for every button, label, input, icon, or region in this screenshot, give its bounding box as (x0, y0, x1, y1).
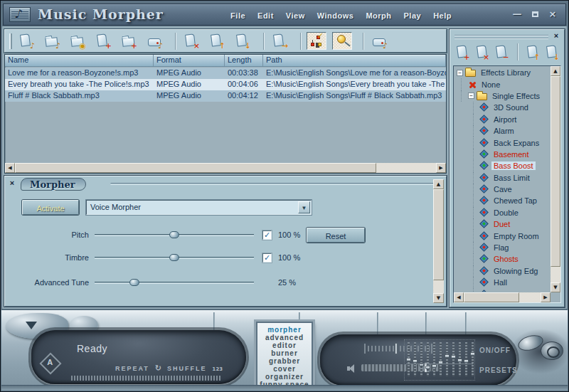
menu-help[interactable]: Help (433, 11, 452, 20)
reset-button[interactable]: Reset (307, 228, 365, 243)
effects-panel-close-icon[interactable]: × (552, 31, 560, 40)
eq-presets-button[interactable]: PRESETS (479, 366, 518, 374)
tree-item-effects-library[interactable]: −Effects Library (454, 67, 550, 78)
checkbox[interactable]: ✓ (262, 231, 272, 240)
eq-slider[interactable] (459, 342, 461, 376)
eq-slider[interactable] (440, 342, 442, 376)
scroll-left-icon[interactable]: ◀ (454, 292, 464, 302)
column-header-format[interactable]: Format (154, 55, 225, 66)
eq-onoff-button[interactable]: ON/OFF (479, 346, 511, 354)
playlist-hscrollbar[interactable]: ◀ ▶ (5, 163, 446, 173)
player-menu-advanced[interactable]: advanced (257, 334, 312, 341)
morpher-close-icon[interactable]: × (8, 179, 16, 188)
effects-panel-grip[interactable] (454, 35, 548, 38)
tree-item-flag[interactable]: Flag (454, 242, 550, 253)
file-row[interactable]: Fluff # Black Sabbath.mp3MPEG Audio00:04… (5, 90, 446, 102)
tree-item-bass-boost[interactable]: Bass Boost (454, 160, 550, 171)
scroll-thumb[interactable] (464, 292, 519, 302)
column-header-name[interactable]: Name (5, 55, 154, 66)
scroll-thumb[interactable] (15, 163, 376, 173)
tree-item-single-effects[interactable]: −Single Effects (454, 90, 550, 102)
scroll-up-icon[interactable]: ▲ (551, 66, 560, 76)
add-cd-track-button[interactable]: ♪ (144, 32, 164, 50)
tree-item-double[interactable]: Double (454, 207, 550, 218)
preset-dropdown[interactable]: Voice Morpher ▼ (86, 200, 312, 215)
eq-slider[interactable] (472, 342, 474, 376)
activate-button[interactable]: Activate (22, 200, 79, 215)
file-row[interactable]: Love me for a reason-Boyzone!s.mp3MPEG A… (5, 68, 446, 79)
tree-item-basement[interactable]: Basement (454, 149, 550, 160)
slider-thumb[interactable] (129, 279, 139, 286)
checkbox[interactable]: ✓ (262, 253, 272, 263)
tree-item-cave[interactable]: Cave (454, 184, 550, 195)
tree-vscrollbar[interactable]: ▲ ▼ (551, 66, 560, 292)
maximize-button[interactable] (529, 9, 541, 20)
player-menu-editor[interactable]: editor (257, 341, 312, 349)
file-row[interactable]: Every breath you take -The Police!s.mp3M… (5, 79, 446, 90)
slider-track[interactable] (95, 257, 254, 259)
repeat-icon[interactable]: ↻ (155, 364, 161, 373)
move-up-button[interactable]: ↑ (207, 32, 227, 50)
tree-item-bass-limit[interactable]: Bass Limit (454, 172, 550, 184)
tree-item-airport[interactable]: Airport (454, 114, 550, 125)
tree-item-empty-room[interactable]: Empty Room (454, 230, 550, 241)
add-file-button[interactable]: + (93, 32, 113, 50)
eq-slider[interactable] (446, 342, 448, 376)
slider-thumb[interactable] (169, 231, 179, 238)
voice-morpher-toggle-button[interactable] (332, 32, 352, 50)
shuffle-icon[interactable]: ₁₂₃ (213, 364, 223, 373)
effects-library-toggle-button[interactable] (307, 32, 326, 50)
eq-slider[interactable] (420, 342, 422, 376)
player-menu-cover[interactable]: cover (257, 365, 312, 373)
eq-slider[interactable] (452, 342, 454, 376)
move-effect-up-button[interactable]: ↑ (523, 43, 542, 61)
morpher-vscrollbar[interactable]: ▲ ▼ (433, 179, 444, 303)
eq-slider[interactable] (465, 342, 467, 376)
scroll-down-icon[interactable]: ▼ (433, 293, 444, 303)
column-header-path[interactable]: Path (263, 55, 446, 66)
open-organizer-button[interactable]: ◉ (68, 32, 87, 50)
player-menu-morpher[interactable]: morpher (257, 326, 312, 334)
menu-play[interactable]: Play (404, 11, 422, 20)
add-folder-button[interactable]: + (119, 32, 139, 50)
tree-item-glowing-edg[interactable]: Glowing Edg (454, 265, 550, 277)
toolbar-grip[interactable] (9, 33, 12, 49)
slider-track[interactable] (95, 234, 254, 236)
new-song-button[interactable]: ♪ (16, 32, 36, 50)
tree-hscrollbar[interactable]: ◀ ▶ (454, 292, 551, 302)
tree-item-none[interactable]: None (454, 78, 550, 90)
scroll-left-icon[interactable]: ◀ (5, 163, 15, 173)
eq-slider[interactable] (414, 342, 416, 376)
player-button[interactable]: ♪ (369, 32, 389, 50)
slider-track[interactable] (95, 282, 254, 284)
player-menu-grabber[interactable]: grabber (257, 357, 312, 365)
column-header-length[interactable]: Length (225, 55, 263, 66)
tree-item-duet[interactable]: Duet (454, 218, 550, 230)
menu-windows[interactable]: Windows (317, 11, 354, 20)
scroll-down-icon[interactable]: ▼ (551, 282, 560, 292)
remove-effect-button[interactable]: − (492, 43, 511, 61)
tree-expander-icon[interactable]: − (468, 92, 474, 99)
convert-song-button[interactable]: → (270, 32, 289, 50)
add-effect-button[interactable]: + (453, 43, 472, 61)
balance-thumb[interactable] (395, 343, 398, 354)
dropdown-arrow-icon[interactable]: ▼ (298, 201, 310, 213)
player-menu-burner[interactable]: burner (257, 349, 312, 357)
tree-item-jogging[interactable]: Jogging (454, 288, 550, 292)
player-menu-funny-space[interactable]: funny space (257, 381, 312, 388)
menu-file[interactable]: File (230, 11, 245, 20)
tree-item-hall[interactable]: Hall (454, 277, 550, 288)
minimize-button[interactable]: — (511, 9, 523, 20)
eq-slider[interactable] (408, 342, 410, 376)
slider-thumb[interactable] (169, 254, 179, 261)
tree-item-ghosts[interactable]: Ghosts (454, 253, 550, 265)
scroll-right-icon[interactable]: ▶ (541, 292, 551, 302)
eq-slider[interactable] (427, 342, 429, 376)
close-button[interactable]: × (547, 9, 558, 20)
remove-song-button[interactable]: × (181, 32, 201, 50)
repeat-label[interactable]: REPEAT (115, 365, 149, 372)
scroll-right-icon[interactable]: ▶ (436, 163, 446, 173)
move-down-button[interactable]: ↓ (233, 32, 252, 50)
move-effect-down-button[interactable]: ↓ (543, 43, 561, 61)
eq-slider[interactable] (433, 342, 435, 376)
